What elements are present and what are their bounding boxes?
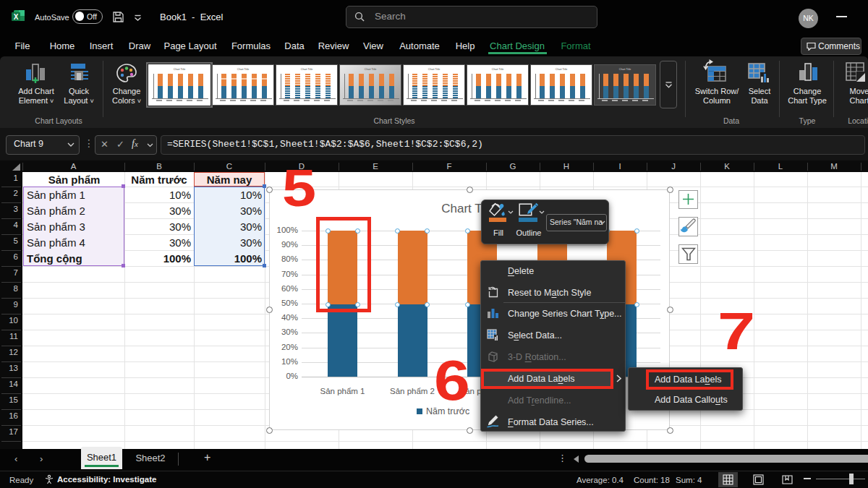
svg-text:X: X	[14, 13, 19, 21]
